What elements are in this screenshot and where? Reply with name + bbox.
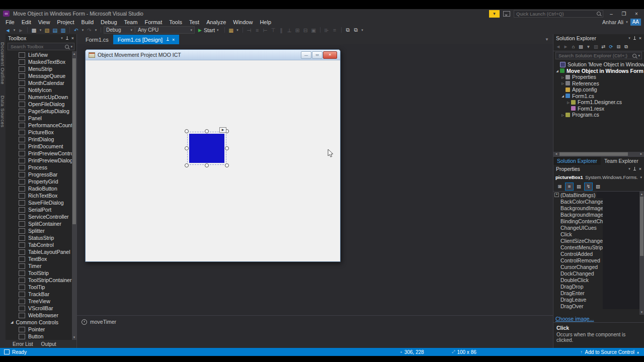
window-position-icon[interactable]: ▾	[628, 167, 630, 171]
toolbox-item[interactable]: TableLayoutPanel	[6, 248, 76, 255]
event-value-cell[interactable]	[603, 231, 639, 237]
toolbox-item[interactable]: StatusStrip	[6, 234, 76, 241]
scrollbar-thumb[interactable]	[559, 152, 628, 156]
toolbox-item[interactable]: TextBox	[6, 255, 76, 262]
toolbox-group-header[interactable]: ◢ Common Controls	[6, 319, 76, 326]
event-row[interactable]: (DataBindings)	[553, 192, 639, 198]
properties-header[interactable]: Properties ▾ ×	[553, 165, 644, 173]
tree-item[interactable]: Move Object in Windows Form	[553, 68, 644, 74]
menu-item[interactable]: Debug	[97, 19, 120, 25]
vertical-tab[interactable]: Document Outline	[0, 42, 6, 84]
refresh-icon[interactable]: ⟳	[608, 44, 614, 49]
menu-item[interactable]: Test	[186, 19, 203, 25]
toolbox-item[interactable]: TabControl	[6, 241, 76, 248]
toolbox-item[interactable]: NotifyIcon	[6, 86, 76, 94]
property-pages-icon[interactable]: ▧	[594, 183, 602, 191]
menu-item[interactable]: Format	[141, 19, 166, 25]
event-value-cell[interactable]	[603, 205, 639, 211]
new-project-dropdown-icon[interactable]: ▾	[38, 28, 43, 32]
toolbox-item[interactable]: ToolTip	[6, 284, 76, 291]
event-value-cell[interactable]	[603, 237, 639, 244]
scrollbar-thumb[interactable]	[72, 58, 76, 224]
toolbox-item[interactable]: RadioButton	[6, 185, 76, 192]
toolbox-search-box[interactable]: ▾	[8, 43, 74, 50]
toolbox-item[interactable]: MonthCalendar	[6, 79, 76, 86]
event-row[interactable]: DragEnter	[553, 290, 639, 296]
event-row[interactable]: CursorChanged	[553, 263, 639, 270]
resize-handle-s[interactable]	[205, 163, 209, 167]
toolbox-header[interactable]: Toolbox ▾ ×	[6, 34, 76, 42]
toolbox-item[interactable]: Splitter	[6, 227, 76, 234]
event-value-cell[interactable]	[603, 277, 639, 283]
events-view-icon[interactable]: ↯	[584, 183, 593, 191]
resize-handle-e[interactable]	[225, 146, 229, 150]
scroll-up-icon[interactable]: ▲	[72, 52, 76, 55]
properties-view-icon[interactable]: ▤	[575, 183, 583, 191]
solution-explorer-search-box[interactable]: ▾	[555, 52, 642, 59]
event-row[interactable]: DragLeave	[553, 296, 639, 303]
event-value-cell[interactable]	[603, 211, 639, 218]
tree-item[interactable]: Form1.cs	[553, 93, 644, 100]
vertical-tab[interactable]: Data Sources	[0, 96, 6, 128]
event-row[interactable]: ChangeUICues	[553, 224, 639, 231]
redo-dropdown-icon[interactable]: ▾	[94, 28, 98, 32]
undo-dropdown-icon[interactable]: ▾	[80, 28, 85, 32]
save-all-icon[interactable]: ▥	[59, 27, 67, 33]
picturebox-fill[interactable]	[189, 134, 224, 163]
solution-configuration-select[interactable]: Debug▾	[104, 26, 135, 34]
pin-icon[interactable]	[65, 36, 69, 41]
toolbox-item[interactable]: WebBrowser	[6, 312, 76, 319]
find-in-files-icon[interactable]: ▦	[227, 27, 235, 33]
panel-tab[interactable]: Output	[38, 341, 59, 347]
picturebox-control[interactable]: ▶	[189, 134, 224, 163]
event-row[interactable]: Click	[553, 231, 639, 237]
resize-handle-n[interactable]	[205, 129, 209, 133]
navigate-back-dropdown-icon[interactable]: ▾	[12, 28, 17, 32]
tree-item[interactable]: References	[553, 80, 644, 87]
tree-item[interactable]: Form1.resx	[553, 106, 644, 112]
event-value-cell[interactable]	[603, 303, 639, 309]
tray-component[interactable]: moveTimer	[90, 319, 116, 325]
object-selector[interactable]: pictureBox1 System.Windows.Forms.Picture…	[553, 173, 644, 182]
event-row[interactable]: ControlAdded	[553, 250, 639, 257]
toolbox-item[interactable]: Pointer	[6, 326, 76, 333]
event-row[interactable]: BackColorChanged	[553, 198, 639, 205]
notifications-flag-icon[interactable]: ▾	[489, 10, 500, 18]
navigate-forward-icon[interactable]: ►	[17, 27, 25, 33]
designed-form-window[interactable]: Object Movement Project MOO ICT — ▭ ✕	[85, 49, 341, 262]
solution-explorer-header[interactable]: Solution Explorer ▾ ×	[553, 34, 644, 42]
save-icon[interactable]: ▤	[51, 27, 59, 33]
event-value-cell[interactable]	[603, 198, 639, 205]
scroll-down-icon[interactable]: ▼	[72, 336, 76, 339]
event-value-cell[interactable]	[603, 244, 639, 250]
toolbox-item[interactable]: VScrollBar	[6, 305, 76, 312]
toolbox-item[interactable]: NumericUpDown	[6, 94, 76, 101]
toolbox-item[interactable]: Panel	[6, 115, 76, 122]
toolbox-item[interactable]: TrackBar	[6, 291, 76, 298]
scrollbar-thumb[interactable]	[640, 197, 643, 256]
toolbox-item[interactable]: ToolStrip	[6, 269, 76, 277]
explorer-tab[interactable]: Solution Explorer	[553, 157, 601, 165]
toolbox-item[interactable]: PrintPreviewDialog	[6, 157, 76, 164]
menu-item[interactable]: Analyze	[203, 19, 229, 25]
close-icon[interactable]: ×	[639, 166, 641, 171]
form-maximize-button[interactable]: ▭	[312, 51, 323, 59]
switch-views-dropdown-icon[interactable]: ▾	[585, 44, 592, 49]
undo-icon[interactable]: ↶	[72, 27, 80, 33]
event-row[interactable]: DoubleClick	[553, 277, 639, 283]
pending-changes-filter-icon[interactable]: ▧	[593, 44, 599, 49]
toolbox-item[interactable]: ProgressBar	[6, 171, 76, 178]
toolbox-item[interactable]: SplitContainer	[6, 220, 76, 227]
toolbox-item[interactable]: MessageQueue	[6, 72, 76, 79]
menu-item[interactable]: Build	[78, 19, 97, 25]
alphabetical-icon[interactable]: ≡	[565, 183, 574, 191]
scroll-right-icon[interactable]: ►	[639, 152, 643, 155]
back-icon[interactable]: ◄	[555, 44, 561, 49]
event-value-cell[interactable]	[603, 283, 639, 290]
close-icon[interactable]: ×	[172, 37, 175, 42]
switch-views-icon[interactable]: ▤	[578, 44, 584, 49]
search-options-icon[interactable]: ▾	[70, 45, 72, 49]
menu-item[interactable]: Edit	[18, 19, 35, 25]
account-name[interactable]: Anhar Ali	[602, 19, 623, 25]
toolbox-item[interactable]: Timer	[6, 262, 76, 269]
